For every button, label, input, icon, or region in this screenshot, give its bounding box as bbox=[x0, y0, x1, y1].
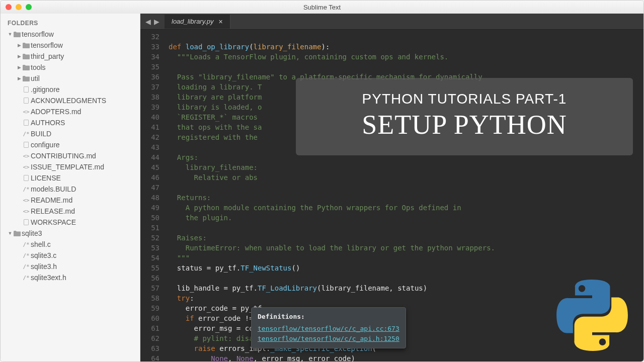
file-icon bbox=[22, 219, 31, 225]
folder-item[interactable]: ▶third_party bbox=[1, 51, 140, 62]
file-icon bbox=[22, 142, 31, 148]
tree-item-label: LICENSE bbox=[31, 174, 61, 182]
tree-item-label: ADOPTERS.md bbox=[31, 108, 81, 116]
file-item[interactable]: <>README.md bbox=[1, 195, 140, 206]
file-item[interactable]: LICENSE bbox=[1, 172, 140, 184]
tree-item-label: ACKNOWLEDGMENTS bbox=[31, 97, 106, 105]
file-icon bbox=[22, 98, 31, 104]
markdown-icon: <> bbox=[22, 197, 31, 204]
folder-item[interactable]: ▼tensorflow bbox=[1, 29, 140, 40]
folder-icon bbox=[22, 76, 31, 81]
tree-item-label: RELEASE.md bbox=[31, 207, 75, 215]
markdown-icon: <> bbox=[22, 153, 31, 159]
overlay-title: SETUP PYTHON bbox=[311, 109, 618, 140]
file-icon bbox=[22, 120, 31, 126]
disclosure-icon[interactable]: ▶ bbox=[17, 43, 22, 48]
definition-link[interactable]: tensorflow/tensorflow/c/c_api.cc:673 bbox=[258, 324, 399, 334]
code-file-icon: /* bbox=[22, 186, 31, 193]
file-item[interactable]: <>ISSUE_TEMPLATE.md bbox=[1, 161, 140, 172]
tabbar: ◀ ▶ load_library.py × bbox=[140, 14, 643, 30]
overlay-card: PYTHON TUTORIALS PART-1 SETUP PYTHON bbox=[296, 78, 633, 155]
markdown-icon: <> bbox=[22, 164, 31, 170]
python-logo-icon bbox=[554, 278, 630, 353]
file-item[interactable]: /*sqlite3.c bbox=[1, 250, 140, 261]
code-file-icon: /* bbox=[22, 241, 31, 248]
tree-item-label: tools bbox=[31, 63, 46, 71]
close-window-icon[interactable] bbox=[6, 4, 12, 10]
tree-item-label: CONTRIBUTING.md bbox=[31, 152, 96, 160]
tree-item-label: AUTHORS bbox=[31, 119, 65, 127]
definitions-heading: Definitions: bbox=[258, 312, 399, 322]
tree-item-label: util bbox=[31, 74, 40, 82]
tab-active[interactable]: load_library.py × bbox=[165, 15, 230, 29]
folder-item[interactable]: ▼sqlite3 bbox=[1, 228, 140, 239]
file-item[interactable]: /*models.BUILD bbox=[1, 184, 140, 195]
definition-link[interactable]: tensorflow/tensorflow/c/c_api.h:1250 bbox=[258, 334, 399, 344]
tree-item-label: sqlite3.c bbox=[31, 251, 56, 259]
code-file-icon: /* bbox=[22, 131, 31, 137]
folder-icon bbox=[22, 43, 31, 48]
file-item[interactable]: /*sqlite3.h bbox=[1, 261, 140, 272]
folder-item[interactable]: ▶tensorflow bbox=[1, 40, 140, 51]
file-item[interactable]: .gitignore bbox=[1, 84, 140, 95]
tree-item-label: WORKSPACE bbox=[31, 218, 76, 226]
tree-item-label: sqlite3 bbox=[22, 229, 42, 237]
file-item[interactable]: /*sqlite3ext.h bbox=[1, 272, 140, 283]
minimize-window-icon[interactable] bbox=[16, 4, 22, 10]
file-item[interactable]: <>ADOPTERS.md bbox=[1, 106, 140, 117]
file-item[interactable]: configure bbox=[1, 139, 140, 150]
file-item[interactable]: <>CONTRIBUTING.md bbox=[1, 150, 140, 161]
file-item[interactable]: <>RELEASE.md bbox=[1, 206, 140, 217]
tree-item-label: configure bbox=[31, 141, 60, 149]
tab-filename: load_library.py bbox=[172, 18, 214, 25]
file-item[interactable]: WORKSPACE bbox=[1, 217, 140, 228]
markdown-icon: <> bbox=[22, 109, 31, 115]
tree-item-label: shell.c bbox=[31, 240, 51, 248]
sidebar-header: FOLDERS bbox=[1, 19, 140, 29]
disclosure-icon[interactable]: ▼ bbox=[8, 231, 13, 236]
folder-item[interactable]: ▶tools bbox=[1, 62, 140, 73]
file-item[interactable]: ACKNOWLEDGMENTS bbox=[1, 95, 140, 106]
code-file-icon: /* bbox=[22, 263, 31, 270]
tree-item-label: tensorflow bbox=[31, 41, 63, 49]
overlay-subtitle: PYTHON TUTORIALS PART-1 bbox=[311, 91, 618, 107]
disclosure-icon[interactable]: ▶ bbox=[17, 76, 22, 81]
tree-item-label: sqlite3.h bbox=[31, 262, 57, 270]
folder-icon bbox=[22, 65, 31, 70]
folder-item[interactable]: ▶util bbox=[1, 73, 140, 84]
markdown-icon: <> bbox=[22, 208, 31, 215]
maximize-window-icon[interactable] bbox=[26, 4, 32, 10]
folder-icon bbox=[13, 32, 22, 37]
file-icon bbox=[22, 86, 31, 93]
disclosure-icon[interactable]: ▼ bbox=[8, 32, 13, 37]
titlebar: Sublime Text bbox=[1, 1, 643, 14]
tree-item-label: tensorflow bbox=[22, 30, 54, 38]
tree-item-label: README.md bbox=[31, 196, 72, 204]
tree-item-label: third_party bbox=[31, 52, 64, 60]
file-icon bbox=[22, 175, 31, 181]
file-item[interactable]: /*shell.c bbox=[1, 239, 140, 250]
nav-forward-icon[interactable]: ▶ bbox=[154, 18, 159, 26]
file-item[interactable]: AUTHORS bbox=[1, 117, 140, 128]
tree-item-label: ISSUE_TEMPLATE.md bbox=[31, 163, 104, 171]
gutter: 3233343536373839404142434445464748495051… bbox=[140, 30, 165, 361]
nav-back-icon[interactable]: ◀ bbox=[145, 18, 151, 26]
disclosure-icon[interactable]: ▶ bbox=[17, 54, 22, 59]
folder-icon bbox=[22, 54, 31, 59]
tree-item-label: sqlite3ext.h bbox=[31, 274, 66, 282]
file-item[interactable]: /*BUILD bbox=[1, 128, 140, 139]
sidebar: FOLDERS ▼tensorflow▶tensorflow▶third_par… bbox=[1, 14, 140, 361]
tree-item-label: BUILD bbox=[31, 130, 51, 138]
code-file-icon: /* bbox=[22, 275, 31, 281]
tree-item-label: .gitignore bbox=[31, 85, 60, 94]
disclosure-icon[interactable]: ▶ bbox=[17, 65, 22, 70]
folder-icon bbox=[13, 231, 22, 236]
code-file-icon: /* bbox=[22, 252, 31, 259]
definitions-popup: Definitions: tensorflow/tensorflow/c/c_a… bbox=[251, 307, 406, 348]
window-title: Sublime Text bbox=[1, 4, 643, 11]
tree-item-label: models.BUILD bbox=[31, 185, 76, 193]
tab-close-icon[interactable]: × bbox=[219, 18, 223, 26]
